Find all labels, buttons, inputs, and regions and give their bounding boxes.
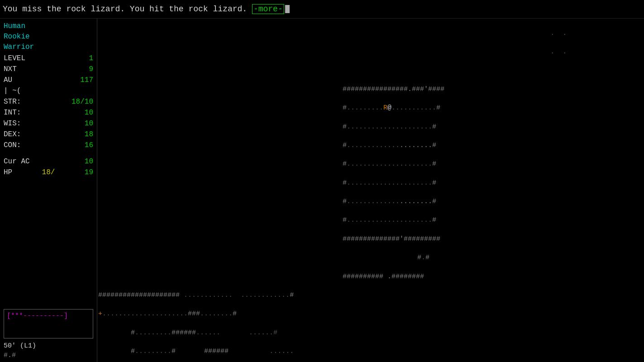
map-line-room1-3: #.....................#: [98, 123, 644, 132]
level-label: LEVEL: [4, 53, 25, 64]
str-row: STR: 18/10: [4, 96, 93, 107]
int-value: 10: [85, 107, 93, 118]
hp-max: 19: [85, 167, 93, 178]
top-message-spacer: [247, 5, 252, 14]
map-line-main-corridor: #################### ............ ......…: [98, 291, 644, 300]
map-line-room1-top: ################.###'####: [98, 85, 644, 95]
dex-value: 18: [85, 129, 93, 140]
cursor-block: [285, 5, 290, 13]
weapon-line: | ~(: [4, 86, 93, 96]
wis-value: 10: [85, 118, 93, 129]
dex-row: DEX: 18: [4, 129, 93, 140]
nxt-label: NXT: [4, 64, 17, 75]
class-rank: Rookie: [4, 32, 93, 42]
int-label: INT:: [4, 107, 21, 118]
map-line-room1-6: #.....................#: [98, 179, 644, 188]
au-label: AU: [4, 75, 12, 86]
more-prompt[interactable]: -more-: [252, 4, 284, 14]
con-label: CON:: [4, 140, 21, 151]
au-value: 117: [80, 75, 93, 86]
map-line-corridor2: ########## .########: [98, 272, 644, 282]
au-row: AU 117: [4, 75, 93, 86]
race-label: Human: [4, 21, 93, 32]
map-line-2: . .: [98, 48, 644, 57]
map-line-room1-bottom: ##############'#########: [98, 235, 644, 244]
map-line-room1-2: #.........R@...........#: [98, 104, 644, 113]
map-line-room1-7: #.....................#: [98, 197, 644, 207]
wis-row: WIS: 10: [4, 118, 93, 129]
stats-panel: Human Rookie Warrior LEVEL 1 NXT 9 AU 11…: [0, 19, 97, 362]
cur-ac-row: Cur AC 10: [4, 156, 93, 167]
str-label: STR:: [4, 96, 21, 107]
hp-label: HP: [4, 167, 12, 178]
hp-bar-container: [***----------]: [4, 309, 93, 338]
map-line-3: [98, 66, 644, 76]
map-line-1: . .: [98, 29, 644, 38]
con-value: 16: [85, 140, 93, 151]
bottom-map-indicator: #.#: [4, 352, 93, 359]
cur-ac-label: Cur AC: [4, 156, 30, 167]
hp-current: 18/: [42, 167, 55, 178]
hp-bar: [***----------]: [7, 312, 90, 320]
top-message-bar: You miss the rock lizard. You hit the ro…: [0, 0, 644, 19]
level-row: LEVEL 1: [4, 53, 93, 64]
map-line-room2-top: #.........######...... ......#: [98, 329, 644, 338]
top-message-text: You miss the rock lizard. You hit the ro…: [3, 5, 247, 14]
nxt-value: 9: [89, 64, 93, 75]
wis-label: WIS:: [4, 118, 21, 129]
cur-ac-value: 10: [85, 156, 93, 167]
int-row: INT: 10: [4, 107, 93, 118]
map-line-corridor1: #.#: [98, 253, 644, 263]
level-value: 1: [89, 53, 93, 64]
map-line-room2-2: #.........# ###### ......: [98, 347, 644, 357]
full-layout: You miss the rock lizard. You hit the ro…: [0, 0, 644, 362]
dex-label: DEX:: [4, 129, 21, 140]
con-row: CON: 16: [4, 140, 93, 151]
map-line-gold: +.....................###........#: [98, 310, 644, 319]
nxt-row: NXT 9: [4, 64, 93, 75]
str-value: 18/10: [72, 96, 93, 107]
map-line-room1-8: #.....................#: [98, 216, 644, 225]
map-line-room1-5: #.....................#: [98, 160, 644, 169]
depth-display: 50' (L1): [4, 342, 93, 350]
game-display[interactable]: . . . . ################.###'#### #.....…: [97, 19, 644, 362]
class-name: Warrior: [4, 42, 93, 52]
hp-row: HP 18/ 19: [4, 167, 93, 178]
map-line-room1-4: #.....................#: [98, 141, 644, 151]
